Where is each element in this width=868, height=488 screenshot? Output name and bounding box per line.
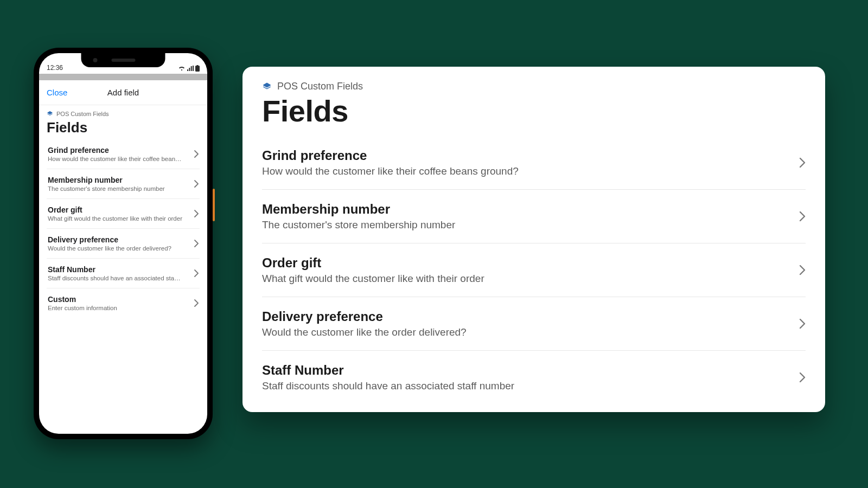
list-item-title: Delivery preference [262, 309, 788, 324]
list-item-sub: Would the customer like the order delive… [262, 326, 788, 338]
sheet-body: POS Custom Fields Fields Grind preferenc… [39, 105, 207, 434]
list-item-sub: Enter custom information [48, 305, 189, 311]
list-item[interactable]: Order gift What gift would the customer … [262, 243, 806, 297]
list-item-title: Custom [48, 295, 189, 304]
list-item-title: Order gift [262, 255, 788, 271]
list-item-title: Staff Number [48, 265, 189, 274]
list-item[interactable]: Staff Number Staff discounts should have… [262, 351, 806, 404]
cellular-icon [187, 66, 194, 71]
list-item-sub: Staff discounts should have an associate… [48, 275, 189, 281]
wifi-icon [178, 66, 186, 71]
app-name: POS Custom Fields [277, 81, 363, 92]
app-icon [47, 111, 53, 117]
list-item-title: Membership number [48, 176, 189, 184]
page-title: Fields [39, 119, 207, 139]
app-name: POS Custom Fields [56, 111, 109, 117]
status-icons [178, 65, 200, 72]
app-label-row: POS Custom Fields [39, 111, 207, 119]
list-item-title: Grind preference [48, 146, 189, 155]
list-item[interactable]: Delivery preference Would the customer l… [262, 297, 806, 351]
chevron-right-icon [799, 372, 806, 383]
chevron-right-icon [194, 240, 199, 247]
home-indicator[interactable] [93, 427, 153, 429]
fields-list: Grind preference How would the customer … [39, 139, 207, 318]
list-item-sub: The customer's store membership number [48, 185, 189, 192]
list-item-title: Order gift [48, 206, 189, 214]
sheet-title: Add field [107, 88, 139, 97]
background-dim [39, 74, 207, 80]
phone-notch [81, 53, 165, 67]
list-item-title: Staff Number [262, 363, 788, 378]
list-item-sub: Staff discounts should have an associate… [262, 380, 788, 392]
sheet-header: Close Add field [39, 80, 207, 105]
list-item-sub: What gift would the customer like with t… [262, 273, 788, 285]
chevron-right-icon [194, 269, 199, 277]
list-item[interactable]: Membership number The customer's store m… [47, 169, 200, 199]
list-item[interactable]: Membership number The customer's store m… [262, 190, 806, 243]
list-item[interactable]: Order gift What gift would the customer … [47, 199, 200, 229]
page-title: Fields [262, 93, 806, 129]
chevron-right-icon [799, 265, 806, 275]
chevron-right-icon [194, 180, 199, 188]
phone-power-button [213, 189, 215, 221]
list-item-title: Membership number [262, 202, 788, 217]
list-item[interactable]: Custom Enter custom information [47, 288, 200, 318]
app-label-row: POS Custom Fields [262, 81, 806, 92]
list-item-sub: What gift would the customer like with t… [48, 215, 189, 222]
list-item-sub: Would the customer like the order delive… [48, 245, 189, 252]
phone-frame: 12:36 Close Add field POS Custom Fields … [34, 48, 213, 439]
list-item[interactable]: Grind preference How would the customer … [262, 136, 806, 190]
list-item[interactable]: Grind preference How would the customer … [47, 139, 200, 169]
chevron-right-icon [194, 150, 199, 158]
app-icon [262, 82, 272, 92]
chevron-right-icon [799, 157, 806, 168]
list-item-sub: How would the customer like their coffee… [48, 156, 189, 162]
list-item-sub: The customer's store membership number [262, 219, 788, 231]
list-item-title: Delivery preference [48, 235, 189, 244]
chevron-right-icon [194, 299, 199, 307]
list-item-title: Grind preference [262, 148, 788, 163]
close-button[interactable]: Close [47, 88, 67, 97]
chevron-right-icon [194, 210, 199, 217]
list-item[interactable]: Delivery preference Would the customer l… [47, 229, 200, 259]
list-item-sub: How would the customer like their coffee… [262, 165, 788, 177]
chevron-right-icon [799, 318, 806, 329]
phone-screen: 12:36 Close Add field POS Custom Fields … [39, 53, 207, 434]
battery-icon [195, 65, 200, 72]
detail-panel: POS Custom Fields Fields Grind preferenc… [242, 67, 825, 412]
list-item[interactable]: Staff Number Staff discounts should have… [47, 259, 200, 288]
status-time: 12:36 [47, 64, 63, 72]
chevron-right-icon [799, 211, 806, 222]
